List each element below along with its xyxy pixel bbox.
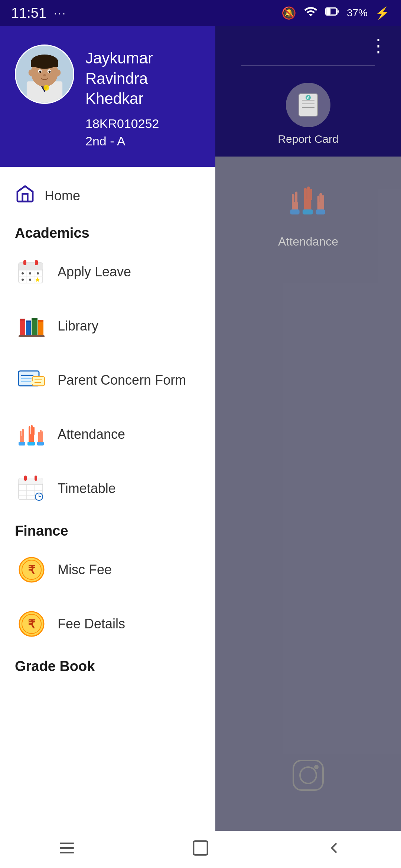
svg-point-105 bbox=[300, 767, 316, 783]
svg-rect-98 bbox=[303, 210, 313, 215]
sidebar-item-apply-leave[interactable]: ★ Apply Leave bbox=[0, 245, 215, 299]
svg-point-32 bbox=[22, 279, 24, 281]
profile-info: Jaykumar Ravindra Khedkar 18KR010252 2nd… bbox=[85, 45, 200, 148]
svg-rect-42 bbox=[38, 320, 43, 322]
sidebar: Jaykumar Ravindra Khedkar 18KR010252 2nd… bbox=[0, 26, 215, 868]
svg-rect-92 bbox=[295, 191, 297, 204]
svg-rect-56 bbox=[29, 426, 30, 437]
svg-point-20 bbox=[43, 85, 49, 91]
student-class: 2nd - A bbox=[85, 134, 200, 148]
svg-rect-27 bbox=[23, 260, 26, 265]
library-label: Library bbox=[58, 318, 98, 334]
svg-rect-36 bbox=[20, 319, 25, 320]
home-nav-icon bbox=[191, 839, 210, 861]
status-bar-left: 11:51 ··· bbox=[11, 5, 66, 21]
svg-rect-12 bbox=[31, 62, 58, 67]
svg-rect-48 bbox=[32, 377, 45, 386]
svg-rect-60 bbox=[27, 442, 35, 445]
svg-point-106 bbox=[314, 765, 319, 769]
home-label: Home bbox=[45, 188, 80, 204]
timetable-label: Timetable bbox=[58, 481, 116, 496]
misc-fee-icon: ₹ bbox=[15, 553, 48, 586]
library-icon bbox=[15, 309, 48, 343]
status-bar-right: 🔕 37% ⚡ bbox=[281, 4, 390, 22]
svg-rect-62 bbox=[40, 430, 42, 438]
svg-point-33 bbox=[29, 279, 31, 281]
svg-rect-39 bbox=[32, 318, 38, 335]
svg-text:₹: ₹ bbox=[28, 618, 36, 631]
svg-rect-63 bbox=[38, 432, 40, 438]
main-container: Jaykumar Ravindra Khedkar 18KR010252 2nd… bbox=[0, 26, 401, 868]
right-top: ⋮ A Report Card bbox=[215, 26, 401, 157]
svg-rect-43 bbox=[19, 335, 45, 337]
right-attendance-icon bbox=[288, 179, 329, 227]
svg-rect-101 bbox=[317, 195, 320, 205]
attendance-label: Attendance bbox=[58, 427, 125, 442]
right-report-card[interactable]: A Report Card bbox=[270, 72, 346, 157]
instagram-icon bbox=[290, 757, 327, 794]
svg-rect-104 bbox=[293, 760, 323, 790]
svg-rect-64 bbox=[42, 431, 43, 438]
sidebar-item-home[interactable]: Home bbox=[0, 174, 215, 218]
svg-point-31 bbox=[37, 272, 39, 274]
svg-rect-100 bbox=[319, 193, 322, 204]
svg-rect-74 bbox=[35, 476, 37, 481]
svg-text:A: A bbox=[307, 96, 309, 100]
charging-icon: ⚡ bbox=[375, 6, 390, 20]
bottom-nav bbox=[0, 831, 401, 868]
finance-section-header: Finance bbox=[0, 516, 215, 543]
svg-rect-28 bbox=[35, 260, 38, 265]
grade-book-section-header: Grade Book bbox=[0, 651, 215, 678]
fee-details-icon: ₹ bbox=[15, 607, 48, 641]
svg-point-15 bbox=[39, 70, 42, 73]
status-dots: ··· bbox=[54, 7, 66, 19]
parent-concern-icon bbox=[15, 364, 48, 397]
right-middle: Attendance bbox=[215, 157, 401, 271]
battery-percentage: 37% bbox=[347, 7, 368, 19]
notification-icon: 🔕 bbox=[281, 6, 296, 20]
sidebar-item-library[interactable]: Library bbox=[0, 299, 215, 353]
more-options-button[interactable]: ⋮ bbox=[366, 32, 392, 60]
sidebar-item-timetable[interactable]: Timetable bbox=[0, 461, 215, 516]
sidebar-item-misc-fee[interactable]: ₹ Misc Fee bbox=[0, 543, 215, 597]
svg-rect-53 bbox=[20, 431, 22, 438]
svg-rect-54 bbox=[22, 429, 24, 438]
svg-rect-103 bbox=[316, 210, 325, 215]
divider bbox=[241, 65, 375, 66]
home-icon bbox=[15, 184, 35, 208]
svg-rect-102 bbox=[322, 195, 324, 204]
student-id: 18KR010252 bbox=[85, 116, 200, 131]
sidebar-item-fee-details[interactable]: ₹ Fee Details bbox=[0, 597, 215, 651]
svg-rect-91 bbox=[292, 194, 294, 204]
battery-icon bbox=[325, 4, 339, 22]
sidebar-item-parent-concern[interactable]: Parent Concern Form bbox=[0, 353, 215, 407]
svg-rect-73 bbox=[24, 476, 27, 481]
svg-rect-40 bbox=[32, 318, 38, 320]
back-button[interactable] bbox=[319, 835, 349, 865]
svg-rect-35 bbox=[20, 319, 25, 335]
svg-point-16 bbox=[49, 70, 51, 73]
status-time: 11:51 bbox=[11, 5, 46, 21]
back-icon bbox=[325, 839, 343, 861]
svg-rect-38 bbox=[26, 320, 31, 322]
timetable-icon bbox=[15, 472, 48, 505]
right-panel: ⋮ A Report Card bbox=[215, 26, 401, 868]
svg-rect-94 bbox=[304, 188, 307, 203]
svg-point-30 bbox=[29, 272, 31, 274]
svg-rect-41 bbox=[38, 320, 43, 335]
svg-rect-96 bbox=[310, 189, 313, 200]
apply-leave-label: Apply Leave bbox=[58, 264, 131, 280]
academics-section-header: Academics bbox=[0, 218, 215, 245]
svg-rect-1 bbox=[326, 9, 330, 14]
parent-concern-label: Parent Concern Form bbox=[58, 372, 186, 388]
svg-text:₹: ₹ bbox=[28, 563, 36, 577]
fee-details-label: Fee Details bbox=[58, 616, 125, 632]
menu-button[interactable] bbox=[52, 835, 82, 865]
status-bar: 11:51 ··· 🔕 37% ⚡ bbox=[0, 0, 401, 26]
menu-icon bbox=[58, 839, 76, 861]
svg-point-29 bbox=[22, 272, 24, 274]
report-card-icon: A bbox=[286, 83, 330, 127]
wifi-icon bbox=[304, 4, 318, 22]
sidebar-item-attendance[interactable]: Attendance bbox=[0, 407, 215, 461]
home-button[interactable] bbox=[186, 835, 215, 865]
